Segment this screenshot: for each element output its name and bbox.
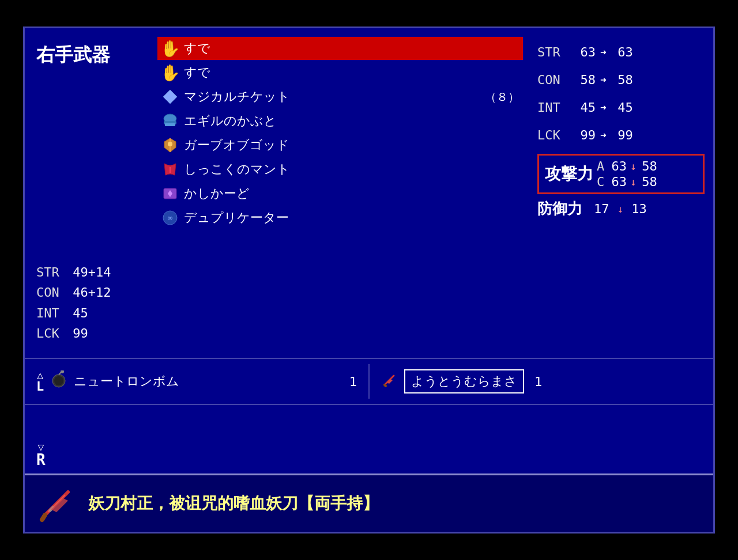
attack-type-a: A <box>597 159 606 173</box>
list-item[interactable]: かしかーど <box>157 182 523 205</box>
con-label: CON <box>36 282 65 302</box>
compare-int-before: 45 <box>574 95 596 120</box>
compare-lck-after: 99 <box>611 123 633 148</box>
cloak-icon <box>161 160 179 179</box>
equip-r-count: 1 <box>534 374 542 389</box>
attack-a-arrow: ↓ <box>630 160 637 172</box>
ticket-icon <box>161 88 179 106</box>
svg-marker-0 <box>163 90 177 104</box>
list-item[interactable]: ✋ すで <box>157 61 523 84</box>
attack-c-before: 63 <box>609 175 627 189</box>
list-item[interactable]: マジカルチケット （８） <box>157 85 523 108</box>
compare-lck-before: 99 <box>574 123 596 148</box>
compare-str-label: STR <box>537 40 569 65</box>
item-name: マジカルチケット <box>184 88 476 105</box>
attack-a-before: 63 <box>609 159 627 173</box>
item-count: （８） <box>485 89 519 105</box>
item-description: 妖刀村正，被诅咒的嗜血妖刀【両手持】 <box>88 493 379 514</box>
compare-con-label: CON <box>537 67 569 93</box>
equip-l-count: 1 <box>349 374 357 389</box>
r-label: ▽ R <box>36 442 46 467</box>
weapon-label: 右手武器 <box>36 43 140 68</box>
svg-line-14 <box>385 385 386 386</box>
empty-section: ▽ R <box>25 405 713 474</box>
list-item[interactable]: しっこくのマント <box>157 158 523 181</box>
defense-before: 17 <box>594 202 609 216</box>
compare-con-before: 58 <box>574 67 596 93</box>
compare-str-arrow: ➜ <box>600 42 607 63</box>
stat-con-row: CON 46+12 <box>36 282 140 302</box>
equip-divider <box>368 364 370 399</box>
item-name: かしかーど <box>184 185 519 202</box>
compare-lck-arrow: ➜ <box>600 125 607 146</box>
str-label: STR <box>36 262 65 282</box>
item-name: すで <box>184 64 519 81</box>
item-name: すで <box>184 40 519 57</box>
svg-point-4 <box>168 142 172 146</box>
equip-l-name: ニュートロンボム <box>74 373 344 390</box>
item-name: ガーブオブゴッド <box>184 137 519 154</box>
compare-lck-label: LCK <box>537 123 569 148</box>
svg-rect-3 <box>165 123 175 126</box>
attack-line-c: C 63 ↓ 58 <box>597 175 657 189</box>
attack-type-c: C <box>597 175 606 189</box>
hand-icon: ✋ <box>161 39 179 58</box>
list-item[interactable]: ✋ すで <box>157 37 523 60</box>
compare-int: INT 45 ➜ 45 <box>537 95 705 120</box>
compare-str-before: 63 <box>574 40 596 65</box>
con-value: 46+12 <box>73 285 111 300</box>
str-value: 49+14 <box>73 265 111 279</box>
bottom-bar: 妖刀村正，被诅咒的嗜血妖刀【両手持】 <box>25 474 713 532</box>
defense-label: 防御力 <box>537 199 582 219</box>
item-name: しっこくのマント <box>184 161 519 178</box>
equip-r-name: ようとうむらまさ <box>411 374 517 388</box>
compare-int-after: 45 <box>611 95 633 120</box>
list-item[interactable]: ガーブオブゴッド <box>157 134 523 157</box>
hand-icon: ✋ <box>161 63 179 82</box>
compare-str: STR 63 ➜ 63 <box>537 40 705 65</box>
stat-block: STR 49+14 CON 46+12 INT 45 LCK 99 <box>36 262 140 343</box>
int-label: INT <box>36 303 65 323</box>
attack-line-a: A 63 ↓ 58 <box>597 159 657 173</box>
stat-lck-row: LCK 99 <box>36 323 140 343</box>
equip-r-slot: ようとうむらまさ 1 <box>381 369 702 393</box>
attack-c-after: 58 <box>640 175 657 189</box>
weapon-icon-large <box>36 483 77 524</box>
svg-point-10 <box>54 376 63 385</box>
compare-int-label: INT <box>537 95 569 120</box>
list-item[interactable]: ∞ デュプリケーター <box>157 206 523 229</box>
lck-value: 99 <box>73 326 88 340</box>
defense-row: 防御力 17 ↓ 13 <box>537 198 705 220</box>
stat-int-row: INT 45 <box>36 303 140 323</box>
attack-box: 攻撃力 A 63 ↓ 58 C 63 ↓ 58 <box>537 154 705 194</box>
list-item[interactable]: エギルのかぶと <box>157 109 523 133</box>
sword-icon <box>381 371 398 392</box>
armor-icon <box>161 136 179 154</box>
attack-label: 攻撃力 <box>545 163 593 185</box>
defense-arrow: ↓ <box>617 203 624 215</box>
lck-label: LCK <box>36 323 65 343</box>
bomb-icon <box>50 370 68 392</box>
attack-values: A 63 ↓ 58 C 63 ↓ 58 <box>597 159 657 189</box>
compare-con-arrow: ➜ <box>600 70 607 90</box>
compare-panel: STR 63 ➜ 63 CON 58 ➜ 58 INT 45 ➜ 45 LCK … <box>529 34 713 352</box>
top-section: 右手武器 STR 49+14 CON 46+12 INT 45 LCK 99 <box>25 28 713 359</box>
attack-a-after: 58 <box>640 159 657 173</box>
svg-line-17 <box>42 515 45 520</box>
item-name: エギルのかぶと <box>184 112 519 130</box>
equip-r-name-box: ようとうむらまさ <box>404 369 524 393</box>
defense-after: 13 <box>631 202 647 216</box>
left-panel: 右手武器 STR 49+14 CON 46+12 INT 45 LCK 99 <box>25 34 152 352</box>
compare-con-after: 58 <box>611 67 633 93</box>
compare-int-arrow: ➜ <box>600 97 607 118</box>
stat-str-row: STR 49+14 <box>36 262 140 282</box>
equip-l-slot: △ L ニュートロンボム 1 <box>36 370 357 393</box>
equip-section: △ L ニュートロンボム 1 <box>25 359 713 405</box>
item-list: ✋ すで ✋ すで マジカルチケット （８） <box>152 34 529 352</box>
helmet-icon <box>161 112 179 130</box>
int-value: 45 <box>73 306 88 320</box>
compare-lck: LCK 99 ➜ 99 <box>537 123 705 148</box>
duplicator-icon: ∞ <box>161 209 179 227</box>
equip-l-arrow: △ L <box>36 370 44 393</box>
card-icon <box>161 184 179 203</box>
